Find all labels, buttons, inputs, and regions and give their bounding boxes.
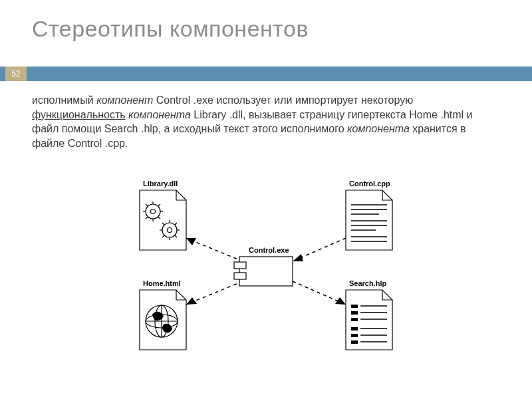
accent-bar [0,66,532,81]
file-search: Search.hlp [346,279,392,350]
label-home: Home.html [143,279,181,287]
body-text-5: компонента [128,109,191,120]
svg-rect-47 [234,273,246,279]
label-library: Library.dll [143,180,178,188]
svg-rect-39 [351,327,358,331]
file-library: Library.dll [140,180,186,250]
file-home: Home.html [140,279,186,350]
body-text-7: компонента [347,123,410,134]
component-control-exe: Control.exe [234,246,293,286]
dep-line-library [186,238,243,261]
svg-rect-33 [351,305,358,308]
body-text-3: Control .exe использует или импортирует … [156,94,414,106]
svg-rect-46 [234,262,246,269]
body-paragraph: исполнимый компонент Control .exe исполь… [32,93,497,150]
arrowhead-cpp [293,254,303,261]
body-text-4: функциональность [32,109,126,120]
label-control-exe: Control.exe [249,246,289,254]
arrowhead-library [186,238,196,245]
arrowhead-home [186,297,197,305]
label-control-cpp: Control.cpp [349,180,390,188]
component-diagram: Library.dll [93,172,439,371]
body-text-2: компонент [96,94,153,106]
label-search: Search.hlp [349,279,387,287]
body-text-1: исполнимый [32,94,94,106]
svg-rect-45 [239,257,293,286]
svg-rect-43 [351,340,358,344]
svg-rect-35 [351,311,358,315]
svg-rect-37 [351,318,358,321]
file-control-cpp: Control.cpp [346,180,392,250]
page-number: 52 [11,69,20,78]
svg-rect-41 [351,334,358,337]
page-number-badge: 52 [5,66,27,81]
globe-icon [146,305,178,337]
slide-title: Стереотипы компонентов [32,16,309,42]
